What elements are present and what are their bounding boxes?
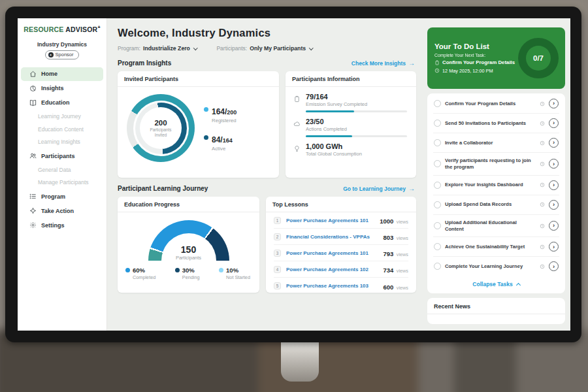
lesson-title-link[interactable]: Power Purchase Agreements 101 (286, 218, 374, 223)
lesson-views-suffix: views (397, 285, 408, 291)
task-checkbox[interactable] (434, 222, 441, 229)
task-open-button[interactable]: › (549, 99, 559, 108)
task-checkbox[interactable] (434, 201, 441, 208)
clock-icon (540, 140, 545, 146)
lesson-views-value: 1000 (380, 218, 393, 225)
task-checkbox[interactable] (434, 243, 441, 250)
todo-next-task: Confirm Your Program Details (434, 59, 515, 65)
task-open-button[interactable]: › (549, 138, 559, 148)
invited-donut-center: 200 Participants Invited (140, 107, 182, 149)
clock-icon (540, 223, 545, 229)
program-filter-dropdown[interactable]: Program: Industrialize Zero (118, 45, 197, 52)
education-legend: 60% Completed 30% Pending (118, 261, 259, 280)
todo-task-list: Confirm Your Program Details › Send 50 I… (427, 93, 565, 293)
sidebar-item-learning-insights[interactable]: Learning Insights (18, 136, 106, 149)
participants-information-body: 79/164 Emission Survey Completed 23/50 A… (286, 87, 416, 157)
learning-cards-row: Education Progress 150 Participants 60% (118, 197, 416, 293)
clipboard-icon (434, 60, 440, 65)
participants-filter-dropdown[interactable]: Participants: Only My Participants (216, 45, 312, 52)
learning-journey-section-header: Participant Learning Journey Go to Learn… (118, 185, 415, 192)
education-gauge-wrap: 150 Participants (148, 220, 229, 261)
info-bar-fill (306, 135, 352, 137)
lightbulb-icon (293, 145, 301, 152)
task-checkbox[interactable] (434, 160, 441, 167)
sidebar-item-program[interactable]: Program (21, 189, 103, 203)
collapse-tasks-link[interactable]: Collapse Tasks (433, 276, 559, 293)
task-label: Invite a Collaborator (445, 140, 536, 146)
learning-journey-title: Participant Learning Journey (118, 185, 208, 192)
global-consumption-value: 1,000 GWh (306, 142, 407, 150)
task-open-button[interactable]: › (549, 221, 559, 231)
invited-participants-card: Invited Participants 200 Participants In… (118, 71, 279, 178)
go-to-learning-journey-label: Go to Learning Journey (343, 186, 406, 192)
lesson-row: 1 Power Purchase Agreements 101 1000 vie… (274, 212, 408, 229)
insights-icon (29, 85, 37, 92)
task-open-button[interactable]: › (549, 200, 559, 210)
sidebar-item-manage-participants[interactable]: Manage Participants (18, 176, 106, 189)
sponsor-icon: ✦ (48, 52, 54, 57)
sidebar-item-label: Manage Participants (38, 179, 89, 186)
lesson-title-link[interactable]: Power Purchase Agreements 102 (286, 267, 378, 272)
registered-total: 200 (227, 109, 237, 116)
task-label: Upload Spend Data Records (445, 201, 536, 208)
sidebar-item-home[interactable]: Home (21, 67, 103, 81)
registered-label: Registered (212, 118, 237, 123)
clock-icon (540, 244, 545, 250)
clock-icon (540, 101, 545, 106)
todo-progress-value: 0/7 (526, 46, 551, 71)
active-label: Active (212, 146, 233, 152)
task-open-button[interactable]: › (549, 261, 559, 271)
lesson-rank: 5 (274, 282, 281, 289)
todo-title: Your To Do List (434, 42, 515, 50)
task-checkbox[interactable] (434, 139, 441, 146)
task-checkbox[interactable] (434, 263, 441, 270)
sidebar-item-settings[interactable]: Settings (21, 218, 103, 232)
participants-information-card-title: Participants Information (286, 71, 416, 87)
sidebar-item-education-content[interactable]: Education Content (18, 123, 106, 136)
sidebar-item-label: Education (41, 99, 70, 106)
task-open-button[interactable]: › (549, 180, 559, 190)
sidebar-nav: Home Insights Education Learning Journey… (18, 67, 106, 233)
actions-completed-label: Actions Completed (306, 126, 407, 132)
sidebar-item-label: General Data (38, 167, 71, 173)
task-row: Upload Spend Data Records › (433, 195, 559, 215)
task-row: Confirm Your Program Details › (433, 94, 559, 114)
arrow-right-icon: → (408, 185, 415, 192)
lesson-title-link[interactable]: Power Purchase Agreements 103 (286, 283, 378, 289)
sidebar-item-participants[interactable]: Participants (21, 149, 103, 163)
lesson-views-value: 734 (383, 267, 393, 274)
task-checkbox[interactable] (434, 120, 441, 127)
invited-donut-inner: 200 Participants Invited (135, 103, 187, 154)
sponsor-badge[interactable]: ✦ Sponsor (45, 50, 80, 59)
sidebar-item-education[interactable]: Education (21, 96, 103, 110)
task-open-button[interactable]: › (549, 159, 559, 169)
education-gauge-center: 150 Participants (148, 244, 229, 261)
logo-plus: + (97, 25, 100, 29)
go-to-learning-journey-link[interactable]: Go to Learning Journey → (343, 185, 415, 192)
education-progress-card: Education Progress 150 Participants 60% (118, 197, 259, 293)
task-label: Complete Your Learning Journey (445, 263, 536, 270)
sidebar-item-insights[interactable]: Insights (21, 82, 103, 95)
task-checkbox[interactable] (434, 100, 441, 107)
lesson-title-link[interactable]: Financial Considerations - VPPAs (286, 234, 378, 240)
program-filter-value: Industrialize Zero (143, 45, 190, 52)
chevron-right-icon: › (553, 120, 555, 126)
lesson-title-link[interactable]: Power Purchase Agreements 101 (286, 250, 378, 256)
task-open-button[interactable]: › (549, 118, 559, 128)
not-started-dot-icon (219, 268, 223, 272)
lesson-rank: 4 (274, 266, 281, 273)
sidebar-item-take-action[interactable]: Take Action (21, 204, 103, 218)
task-row: Send 50 Invitations to Participants › (433, 114, 559, 133)
task-checkbox[interactable] (434, 182, 441, 189)
chevron-right-icon: › (553, 100, 555, 106)
page-title: Welcome, Industry Dynamics (118, 27, 416, 39)
todo-due: 12 May 2025, 12:00 PM (434, 68, 515, 74)
chevron-down-icon (193, 46, 197, 50)
sidebar-item-general-data[interactable]: General Data (18, 163, 106, 176)
sidebar-item-learning-journey[interactable]: Learning Journey (18, 110, 106, 123)
task-label: Achieve One Sustainability Target (445, 244, 536, 250)
lesson-row: 4 Power Purchase Agreements 102 734 view… (274, 261, 408, 278)
chevron-right-icon: › (553, 182, 555, 188)
check-more-insights-link[interactable]: Check More Insights → (351, 59, 415, 67)
task-open-button[interactable]: › (549, 242, 559, 252)
